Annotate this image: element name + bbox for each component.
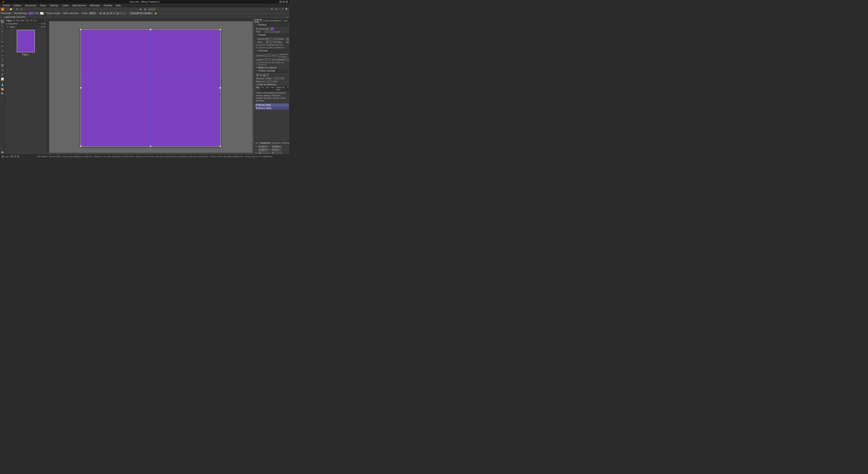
maquettes-opts-icon[interactable]: ⊞ [41, 23, 43, 25]
pages-opts-icon[interactable]: ⊞ [41, 26, 43, 28]
gouttiere-input[interactable] [285, 58, 289, 61]
vert-top-icon[interactable]: ⬒ [256, 73, 259, 76]
rect-tool[interactable]: ▭ [0, 53, 4, 57]
advance-down[interactable]: ▼ [283, 77, 284, 79]
horizontal-scrollbar[interactable] [47, 153, 252, 155]
handle-top-right[interactable] [219, 29, 221, 30]
align-left-icon[interactable]: ◧ [99, 12, 102, 15]
colonnes-up[interactable]: ▲ [272, 55, 274, 57]
pencil-tool[interactable]: ✏ [0, 44, 4, 48]
handle-top-center[interactable] [150, 29, 151, 30]
lock-icon[interactable]: 🔒 [154, 11, 158, 15]
tab-trait[interactable]: Trait [281, 19, 289, 23]
advance-input[interactable] [273, 77, 280, 80]
h-input[interactable] [272, 148, 282, 151]
pages-section-arrow[interactable]: ▼ [6, 26, 8, 28]
home-icon[interactable]: ■ [1, 8, 4, 11]
style-tab-clq[interactable]: Clq [255, 86, 260, 91]
align-center-v-icon[interactable]: ⊟ [113, 12, 116, 15]
minimum-down[interactable]: ▼ [276, 80, 278, 83]
search-icon[interactable]: 🔍 [285, 7, 288, 11]
gear2-icon[interactable]: ⚙ [20, 7, 23, 11]
vert-bottom-icon[interactable]: ⬓ [263, 73, 266, 76]
menu-tableau[interactable]: Tableau [48, 4, 60, 7]
page-1-thumbnail[interactable] [17, 30, 35, 53]
publish-icon[interactable]: ◉ [143, 7, 147, 11]
menu-texte[interactable]: Texte [38, 4, 48, 7]
pages-filter-arrow[interactable]: ▶ [6, 23, 7, 25]
pages-panel-menu-icon[interactable]: ≡ [44, 20, 46, 22]
maquettes-add-icon[interactable]: + [40, 23, 41, 25]
y-input[interactable] [272, 145, 282, 148]
style-tab-fx[interactable]: FX [260, 86, 265, 91]
pages-bar-nav-icon[interactable]: › [3, 16, 4, 18]
gear-icon[interactable]: ⚙ [15, 7, 19, 11]
convert-curves-button[interactable]: Convertir en courbes [129, 12, 153, 15]
prev-page-button[interactable]: ◀ [1, 156, 4, 158]
flip-h-icon[interactable]: ↔ [120, 12, 123, 15]
tab-echantillons[interactable]: Échantillons [270, 19, 282, 23]
ignore-ref-checkbox[interactable] [256, 46, 258, 49]
color-tool[interactable]: ◉ [0, 150, 4, 154]
eyedropper-tool[interactable]: 💧 [0, 83, 4, 87]
x-input[interactable] [258, 145, 268, 148]
pages-add-icon[interactable]: + [39, 26, 40, 28]
insets-left-up[interactable]: ▲ [273, 38, 275, 40]
frame-tool[interactable]: ⬚ [0, 34, 4, 38]
close-button[interactable]: × [286, 1, 288, 3]
insets-top-up[interactable]: ▲ [273, 41, 275, 43]
handle-bottom-left[interactable] [80, 145, 82, 147]
advance-up[interactable]: ▲ [281, 77, 282, 79]
page-canvas[interactable] [81, 29, 221, 146]
handle-top-left[interactable] [80, 29, 82, 30]
maquettes-del-icon[interactable]: 🗑 [43, 23, 46, 25]
image-tool[interactable]: 🖼 [0, 63, 4, 68]
tab-couleur[interactable]: Couleur [262, 19, 270, 23]
tab-rch[interactable]: Rch. [21, 20, 25, 22]
stroke-style-field[interactable] [265, 31, 274, 33]
direct-select-tool[interactable]: ↖ [0, 24, 4, 28]
menu-affichage[interactable]: Affichage [88, 4, 102, 7]
text-align-icon[interactable]: A [274, 7, 278, 11]
section-general[interactable]: Général [255, 23, 289, 27]
contour-checkbox[interactable] [256, 63, 258, 65]
menu-aide[interactable]: Aide [114, 4, 123, 7]
vert-justify-icon[interactable]: ≡ [266, 73, 269, 76]
ellipse-tool[interactable]: ◯ [0, 58, 4, 62]
insets-left-down[interactable]: ▼ [275, 38, 277, 40]
angle-dropdown[interactable]: 0 % ▼ [89, 12, 96, 15]
style-tab-menu[interactable]: ≡ [287, 86, 289, 91]
minimum-input[interactable] [266, 80, 273, 83]
tab-ch[interactable]: Ch. [12, 20, 16, 22]
panel-icons-left[interactable]: ⊞⊡ [255, 142, 258, 144]
section-encarts[interactable]: Encarts [255, 33, 289, 37]
conserve-largeur-checkbox[interactable] [276, 55, 278, 57]
r-input[interactable] [258, 151, 268, 154]
table-tool[interactable]: ⊞ [0, 72, 4, 76]
canvas-scroll-area[interactable] [47, 19, 254, 155]
fit-page-button[interactable]: ⊡ [14, 156, 16, 158]
menu-fichier[interactable]: Fichier [1, 4, 12, 7]
transform-tab-transformer[interactable]: Transformer [259, 142, 271, 144]
insets-top-input[interactable] [266, 41, 273, 43]
tab-zone-texte[interactable]: Zone de texte [254, 19, 262, 23]
transform-tab-historique[interactable]: Historique [282, 142, 289, 144]
handle-middle-left[interactable] [80, 87, 82, 89]
layers-tool[interactable]: ☰ [0, 68, 4, 72]
align-top-icon[interactable]: ⬒ [110, 12, 113, 15]
menu-selectionner[interactable]: Sélectionner [70, 4, 88, 7]
largeur-down[interactable]: ▼ [274, 59, 276, 61]
handle-bottom-right[interactable] [219, 145, 221, 147]
largeur-up[interactable]: ▲ [272, 59, 274, 61]
shapes-tool[interactable]: ◻ [0, 49, 4, 53]
fill-tool[interactable]: 🎨 [0, 87, 4, 91]
chart-tool[interactable]: 📊 [0, 77, 4, 81]
insets-top-down[interactable]: ▼ [275, 41, 277, 43]
menu-document[interactable]: Document [23, 4, 38, 7]
align-bottom-icon[interactable]: ⬓ [116, 12, 119, 15]
ignore-flow-checkbox[interactable] [256, 44, 258, 46]
tab-lvr[interactable]: Lvr. [34, 20, 37, 22]
zoom-tool[interactable]: 🔍 [0, 92, 4, 96]
share-icon[interactable]: ↗ [281, 7, 284, 11]
tab-ch2[interactable]: Ch. [30, 20, 33, 22]
